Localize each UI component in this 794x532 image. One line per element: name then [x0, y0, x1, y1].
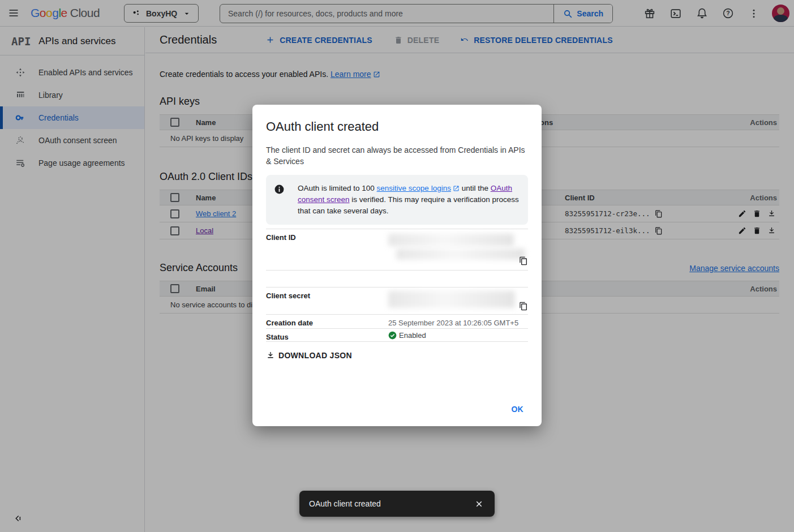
- client-id-value: [388, 229, 528, 270]
- download-json-button[interactable]: DOWNLOAD JSON: [266, 347, 357, 363]
- oauth-client-created-dialog: OAuth client created The client ID and s…: [252, 105, 542, 426]
- redacted-client-id: [396, 248, 525, 260]
- status-row: Status Enabled: [266, 328, 528, 341]
- ok-button[interactable]: OK: [507, 401, 528, 417]
- sensitive-scope-logins-label: sensitive scope logins: [377, 184, 451, 192]
- copy-client-id-button[interactable]: [519, 256, 528, 265]
- redacted-client-secret: [388, 291, 515, 308]
- status-value-wrap: Enabled: [388, 329, 528, 341]
- sensitive-scope-logins-link[interactable]: sensitive scope logins: [377, 184, 460, 192]
- dialog-subtitle: The client ID and secret can always be a…: [266, 144, 528, 167]
- snackbar: OAuth client created: [299, 491, 495, 517]
- creation-date-row: Creation date 25 September 2023 at 10:26…: [266, 314, 528, 328]
- dialog-title: OAuth client created: [266, 119, 528, 134]
- external-link-icon: [451, 184, 460, 192]
- download-icon: [266, 351, 275, 360]
- app-root: Google Cloud BoxyHQ Search: [0, 0, 794, 532]
- creation-date-label: Creation date: [266, 315, 388, 328]
- notice-part1: OAuth is limited to 100: [298, 184, 377, 192]
- client-secret-value: [388, 288, 528, 314]
- status-label: Status: [266, 329, 388, 341]
- download-json-label: DOWNLOAD JSON: [278, 351, 352, 360]
- close-icon: [474, 499, 484, 509]
- check-circle-icon: [388, 331, 397, 340]
- client-id-label: Client ID: [266, 229, 388, 270]
- notice-box: OAuth is limited to 100 sensitive scope …: [266, 175, 528, 225]
- client-id-row: Client ID: [266, 229, 528, 270]
- snackbar-close-button[interactable]: [471, 496, 487, 512]
- status-value: Enabled: [399, 331, 426, 340]
- copy-icon: [519, 302, 528, 311]
- copy-client-secret-button[interactable]: [519, 302, 528, 311]
- client-secret-label: Client secret: [266, 288, 388, 314]
- dialog-fields: Client ID Client secret: [266, 229, 528, 342]
- spacer-row: [266, 270, 528, 287]
- notice-text: OAuth is limited to 100 sensitive scope …: [298, 183, 521, 217]
- info-icon: [274, 183, 285, 217]
- snackbar-message: OAuth client created: [309, 499, 381, 508]
- client-secret-row: Client secret: [266, 287, 528, 314]
- notice-part2: until the: [460, 184, 491, 192]
- redacted-client-id: [388, 234, 514, 246]
- creation-date-value: 25 September 2023 at 10:26:05 GMT+5: [388, 315, 528, 328]
- copy-icon: [519, 256, 528, 265]
